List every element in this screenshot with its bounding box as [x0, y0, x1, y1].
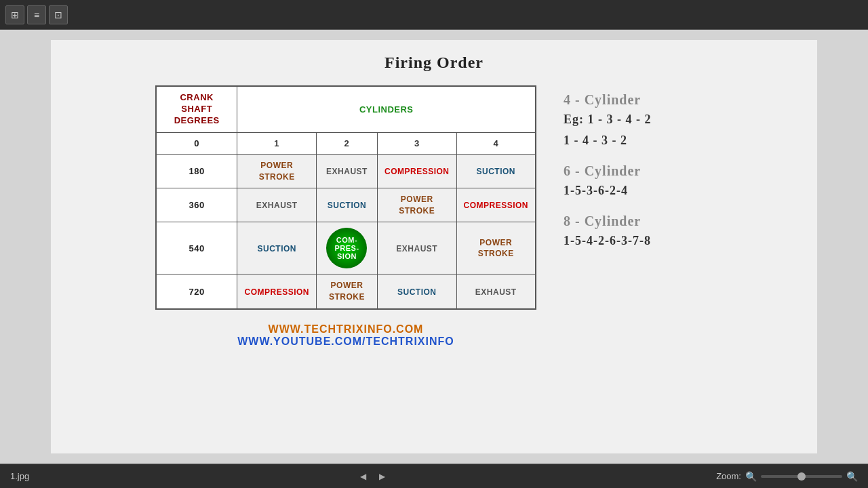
- cyl-1-header: 1: [237, 133, 317, 155]
- cell-360-2: SUCTION: [316, 188, 377, 222]
- 4-cyl-title: 4 - Cylinder: [564, 92, 713, 108]
- 4-cyl-order-2: 1 - 4 - 3 - 2: [564, 131, 713, 150]
- cylinders-header: CYLINDERS: [237, 86, 536, 132]
- 6-cylinder-group: 6 - Cylinder 1-5-3-6-2-4: [564, 163, 713, 200]
- cell-720-3: SUCTION: [377, 274, 456, 309]
- zoom-label: Zoom:: [716, 471, 741, 481]
- prev-arrow[interactable]: ◀: [357, 470, 370, 483]
- cell-720-2: POWERSTROKE: [316, 274, 377, 309]
- degree-720: 720: [156, 274, 237, 309]
- content-wrapper: CRANKSHAFTDEGREES CYLINDERS 0 1 2 3 4: [71, 85, 797, 347]
- degree-360: 360: [156, 188, 237, 222]
- degree-zero: 0: [156, 133, 237, 155]
- 8-cylinder-group: 8 - Cylinder 1-5-4-2-6-3-7-8: [564, 214, 713, 250]
- 6-cyl-order: 1-5-3-6-2-4: [564, 182, 713, 200]
- info-panel: 4 - Cylinder Eg: 1 - 3 - 4 - 2 1 - 4 - 3…: [564, 85, 713, 250]
- toolbar: ⊞ ≡ ⊡: [0, 0, 868, 30]
- statusbar-left: 1.jpg: [10, 471, 29, 481]
- detail-button[interactable]: ⊡: [49, 5, 68, 24]
- cell-180-3: COMPRESSION: [377, 155, 456, 188]
- cell-720-1: COMPRESSION: [237, 274, 317, 309]
- cell-180-2: EXHAUST: [316, 155, 377, 188]
- cyl-2-header: 2: [316, 133, 377, 155]
- table-row-180: 180 POWERSTROKE EXHAUST COMPRESSION SUCT…: [156, 155, 536, 188]
- cyl-numbers-row: 0 1 2 3 4: [156, 133, 536, 155]
- cell-540-1: SUCTION: [237, 222, 317, 274]
- cell-540-3: EXHAUST: [377, 222, 456, 274]
- cell-360-3: POWERSTROKE: [377, 188, 456, 222]
- statusbar: 1.jpg ◀ ▶ Zoom: 🔍 🔍: [0, 464, 868, 488]
- cell-360-4: COMPRESSION: [456, 188, 536, 222]
- compression-green-circle: COM-PRES-SION: [326, 228, 367, 268]
- 4-cylinder-group: 4 - Cylinder Eg: 1 - 3 - 4 - 2 1 - 4 - 3…: [564, 92, 713, 150]
- 4-cyl-order-1: Eg: 1 - 3 - 4 - 2: [564, 110, 713, 129]
- list-button[interactable]: ≡: [27, 5, 46, 24]
- statusbar-nav: ◀ ▶: [357, 470, 389, 483]
- cell-540-2: COM-PRES-SION: [316, 222, 377, 274]
- crank-shaft-header: CRANKSHAFTDEGREES: [156, 86, 237, 132]
- cell-540-4: POWERSTROKE: [456, 222, 536, 274]
- firing-table-wrapper: CRANKSHAFTDEGREES CYLINDERS 0 1 2 3 4: [155, 85, 536, 347]
- cyl-3-header: 3: [377, 133, 456, 155]
- cell-360-1: EXHAUST: [237, 188, 317, 222]
- 8-cyl-title: 8 - Cylinder: [564, 214, 713, 229]
- zoom-section: Zoom: 🔍 🔍: [716, 471, 858, 482]
- website-link[interactable]: WWW.TECHTRIXINFO.COM: [155, 323, 536, 336]
- table-row-540: 540 SUCTION COM-PRES-SION EXHAUST POWERS…: [156, 222, 536, 274]
- cyl-4-header: 4: [456, 133, 536, 155]
- firing-order-table: CRANKSHAFTDEGREES CYLINDERS 0 1 2 3 4: [155, 85, 536, 309]
- 6-cyl-title: 6 - Cylinder: [564, 163, 713, 179]
- document-page: Firing Order CRANKSHAFTDEGREES CYLINDERS: [51, 40, 817, 453]
- cell-180-1: POWERSTROKE: [237, 155, 317, 188]
- zoom-in-icon[interactable]: 🔍: [846, 471, 858, 482]
- youtube-link[interactable]: WWW.YOUTUBE.COM/TECHTRIXINFO: [155, 336, 536, 348]
- table-header-row: CRANKSHAFTDEGREES CYLINDERS: [156, 86, 536, 132]
- zoom-slider[interactable]: [761, 475, 842, 478]
- filename-label: 1.jpg: [10, 471, 29, 481]
- degree-180: 180: [156, 155, 237, 188]
- footer-links: WWW.TECHTRIXINFO.COM WWW.YOUTUBE.COM/TEC…: [155, 323, 536, 348]
- page-title: Firing Order: [384, 54, 484, 72]
- cell-720-4: EXHAUST: [456, 274, 536, 309]
- zoom-thumb: [797, 472, 806, 481]
- grid-button[interactable]: ⊞: [5, 5, 24, 24]
- degree-540: 540: [156, 222, 237, 274]
- table-row-720: 720 COMPRESSION POWERSTROKE SUCTION EXHA…: [156, 274, 536, 309]
- 8-cyl-order: 1-5-4-2-6-3-7-8: [564, 232, 713, 250]
- main-area: Firing Order CRANKSHAFTDEGREES CYLINDERS: [0, 30, 868, 464]
- zoom-out-icon[interactable]: 🔍: [745, 471, 757, 482]
- table-row-360: 360 EXHAUST SUCTION POWERSTROKE COMPRESS…: [156, 188, 536, 222]
- next-arrow[interactable]: ▶: [376, 470, 389, 483]
- cell-180-4: SUCTION: [456, 155, 536, 188]
